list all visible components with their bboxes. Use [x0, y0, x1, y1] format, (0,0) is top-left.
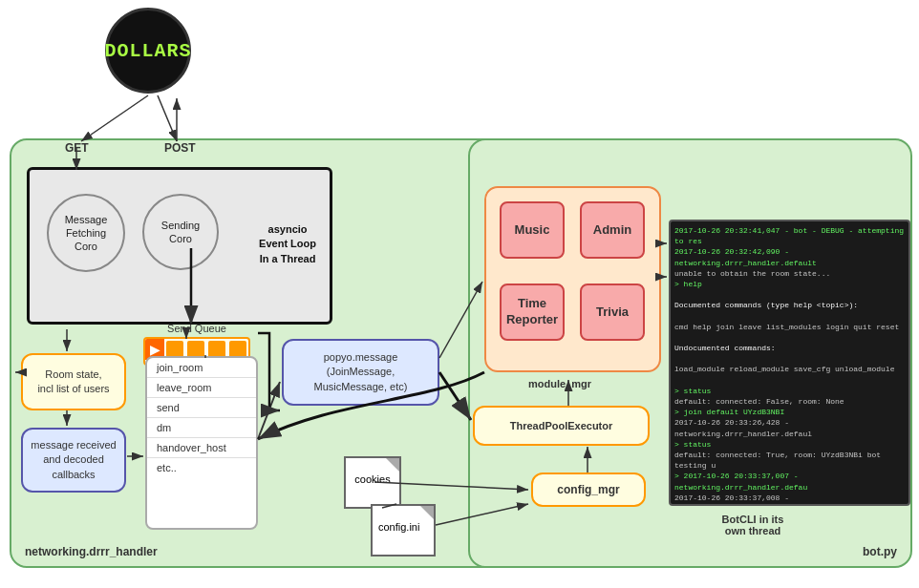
svg-line-3: [158, 95, 177, 141]
terminal-line-13: > status: [674, 439, 905, 450]
cookies-doc: cookies: [344, 456, 401, 509]
send-queue-label: Send Queue: [143, 323, 250, 334]
admin-module-box: Admin: [580, 201, 645, 259]
asyncio-event-loop-box: Message Fetching Coro Sending Coro async…: [27, 167, 332, 325]
room-state-box: Room state, incl list of users: [21, 353, 126, 410]
terminal-line-8: load_module reload_module save_cfg unloa…: [674, 364, 905, 374]
sending-coro-ellipse: Sending Coro: [142, 194, 219, 270]
terminal-spacer-5: [674, 375, 905, 386]
terminal-line-4: > help: [674, 279, 905, 289]
terminal-line-5: Documented commands (type help <topic>):: [674, 300, 905, 310]
config-ini-label: config.ini: [373, 506, 434, 536]
terminal-spacer-3: [674, 332, 905, 343]
terminal-spacer-4: [674, 353, 905, 364]
terminal-line-12: 2017-10-26 20:33:26,428 - networking.drr…: [674, 417, 905, 438]
thread-pool-executor-box: ThreadPoolExecutor: [473, 406, 650, 446]
svg-line-2: [81, 95, 148, 141]
networking-label: networking.drrr_handler: [25, 545, 158, 558]
list-dm: dm: [147, 418, 256, 438]
terminal-line-7: Undocumented commands:: [674, 343, 905, 353]
list-etc: etc..: [147, 458, 256, 477]
terminal-line-3: unable to obtain the room state...: [674, 268, 905, 279]
terminal-spacer-1: [674, 289, 905, 300]
terminal-box: 2017-10-26 20:32:41,047 - bot - DEBUG - …: [669, 220, 910, 506]
time-reporter-module-box: Time Reporter: [500, 284, 565, 341]
list-leave-room: leave_room: [147, 378, 256, 398]
terminal-line-2: 2017-10-26 20:32:42,090 - networking.drr…: [674, 246, 905, 267]
terminal-line-9: > status: [674, 386, 905, 396]
list-handover-host: handover_host: [147, 438, 256, 458]
config-mgr-box: config_mgr: [531, 472, 646, 507]
terminal-line-16: 2017-10-26 20:33:37,008 - networking.drr…: [674, 493, 905, 506]
message-fetching-ellipse: Message Fetching Coro: [47, 194, 125, 272]
music-module-box: Music: [500, 201, 565, 259]
terminal-spacer-2: [674, 311, 905, 322]
config-ini-doc: config.ini: [371, 504, 436, 556]
module-container-box: Music Admin Time Reporter Trivia: [484, 186, 661, 372]
trivia-module-box: Trivia: [580, 284, 645, 341]
terminal-line-15: > 2017-10-26 20:33:37,007 - networking.d…: [674, 471, 905, 492]
terminal-line-10: default: connected: False, room: None: [674, 396, 905, 407]
dollars-logo: DOLLARS: [105, 8, 191, 94]
terminal-line-11: > join default UYzdB3NBI: [674, 407, 905, 417]
terminal-line-6: cmd help join leave list_modules login q…: [674, 322, 905, 332]
list-join-room: join_room: [147, 358, 256, 378]
bot-py-label: bot.py: [863, 545, 897, 558]
terminal-line-1: 2017-10-26 20:32:41,047 - bot - DEBUG - …: [674, 225, 905, 246]
get-label: GET: [65, 141, 89, 155]
module-mgr-label: module_mgr: [528, 378, 591, 389]
popyo-message-box: popyo.message (JoinMessage, MusicMessage…: [282, 339, 439, 406]
message-received-box: message received and decoded callbacks: [21, 428, 126, 493]
callback-list-box: join_room leave_room send dm handover_ho…: [145, 356, 258, 530]
asyncio-label: asyncio Event Loop In a Thread: [259, 222, 316, 266]
terminal-line-14: default: connected: True, room: UYzdB3NB…: [674, 450, 905, 471]
post-label: POST: [164, 141, 196, 155]
botcli-label: BotCLI in its own thread: [686, 514, 820, 536]
diagram-container: networking.drrr_handler bot.py DOLLARS G…: [0, 0, 919, 588]
list-send: send: [147, 398, 256, 418]
